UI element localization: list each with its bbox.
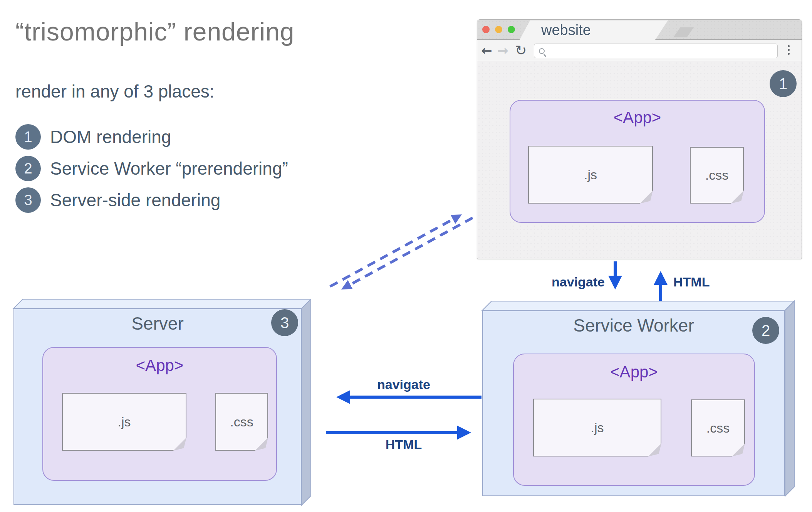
server-box-top-face — [13, 299, 311, 308]
legend-list: 1 DOM rendering 2 Service Worker “preren… — [15, 124, 288, 213]
app-component-box: <App> .js .css — [513, 354, 755, 486]
css-file: .css — [215, 393, 268, 451]
list-item: 3 Server-side rendering — [15, 187, 288, 213]
css-file-label: .css — [705, 168, 728, 183]
list-item: 2 Service Worker “prerendering” — [15, 156, 288, 181]
js-file-label: .js — [591, 420, 604, 435]
list-item: 1 DOM rendering — [15, 124, 288, 150]
browser-tab-website[interactable]: website — [520, 20, 668, 40]
navigate-left-arrow-label: navigate — [327, 377, 481, 392]
reload-icon[interactable]: ↻ — [515, 44, 527, 57]
app-component-box: <App> .js .css — [510, 100, 765, 223]
service-worker-box-top-face — [482, 301, 794, 310]
js-file: .js — [62, 393, 186, 451]
forward-icon[interactable]: → — [497, 44, 508, 57]
dashed-arrow-to-server — [344, 218, 473, 288]
app-tag-label: <App> — [43, 356, 276, 375]
app-tag-label: <App> — [514, 363, 754, 381]
new-tab-icon[interactable] — [673, 27, 694, 37]
css-file: .css — [691, 399, 745, 456]
css-file-label: .css — [230, 414, 253, 429]
trisomorphic-rendering-diagram: “trisomorphic” rendering render in any o… — [0, 0, 812, 512]
traffic-light-zoom-icon[interactable] — [508, 26, 515, 33]
app-tag-label: <App> — [510, 108, 764, 127]
css-file: .css — [690, 147, 744, 204]
navigate-down-arrow-label: navigate — [478, 275, 605, 290]
step-badge-dom: 1 — [770, 70, 797, 97]
search-icon — [539, 48, 545, 54]
list-item-label: Server-side rendering — [50, 190, 220, 211]
service-worker-title: Service Worker — [483, 315, 784, 336]
js-file-label: .js — [584, 167, 597, 182]
js-file: .js — [533, 399, 661, 456]
dashed-arrow-to-browser — [330, 216, 459, 286]
server-box-right-face — [302, 299, 311, 505]
app-component-box: <App> .js .css — [42, 347, 277, 481]
html-right-arrow-label: HTML — [327, 437, 481, 452]
tab-title: website — [541, 22, 591, 39]
number-badge-3: 3 — [15, 187, 41, 213]
list-item-label: DOM rendering — [50, 126, 171, 147]
number-badge-1: 1 — [15, 124, 41, 150]
browser-window: website ← → ↻ 1 <App> .js .css — [477, 19, 802, 259]
page-title: “trisomorphic” rendering — [15, 17, 295, 46]
address-bar[interactable] — [534, 44, 778, 58]
number-badge-2: 2 — [15, 156, 41, 181]
service-worker-box-right-face — [785, 301, 794, 496]
list-item-label: Service Worker “prerendering” — [50, 158, 288, 179]
service-worker-box: Service Worker 2 <App> .js .css — [482, 310, 785, 496]
step-badge-server: 3 — [271, 309, 298, 336]
browser-viewport: 1 <App> .js .css — [477, 61, 802, 259]
traffic-light-minimize-icon[interactable] — [495, 26, 502, 33]
diagram-subtitle: render in any of 3 places: — [15, 81, 215, 102]
html-up-arrow-label: HTML — [673, 275, 710, 290]
back-icon[interactable]: ← — [481, 44, 492, 57]
css-file-label: .css — [706, 421, 730, 436]
js-file-label: .js — [118, 414, 131, 429]
server-title: Server — [14, 313, 301, 334]
step-badge-service-worker: 2 — [752, 317, 779, 344]
server-box: Server 3 <App> .js .css — [13, 308, 302, 505]
more-menu-icon[interactable] — [788, 45, 790, 55]
browser-tab-bar: website — [477, 20, 802, 40]
browser-toolbar: ← → ↻ — [477, 40, 802, 61]
traffic-light-close-icon[interactable] — [482, 26, 490, 33]
js-file: .js — [528, 146, 653, 204]
